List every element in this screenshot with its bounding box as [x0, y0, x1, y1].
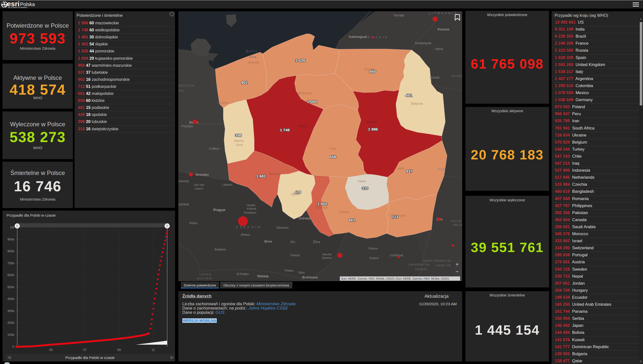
svg-text:Pilsen: Pilsen [189, 221, 198, 225]
svg-text:IVANO-FR: IVANO-FR [436, 264, 451, 267]
svg-text:1 481: 1 481 [256, 174, 266, 178]
svg-text:11: 11 [152, 348, 155, 352]
svg-text:Cracow: Cracow [339, 210, 349, 214]
svg-text:800k: 800k [7, 250, 14, 253]
svg-text:Králové: Králové [247, 207, 256, 210]
svg-text:Kaunas: Kaunas [438, 27, 450, 31]
svg-text:658: 658 [330, 155, 336, 159]
svg-text:+: + [456, 261, 459, 267]
svg-text:900k: 900k [7, 238, 14, 241]
svg-text:Trencin: Trencin [290, 254, 300, 257]
svg-text:Brest: Brest [438, 167, 445, 171]
svg-text:VOLYN: VOLYN [451, 220, 461, 223]
svg-text:Lodz: Lodz [330, 147, 336, 150]
svg-text:HRODNA V: HRODNA V [451, 75, 462, 78]
svg-text:Carlsbad: Carlsbad [178, 203, 189, 206]
svg-text:Presov: Presov [368, 247, 378, 250]
svg-text:Jihlava: Jihlava [240, 233, 250, 236]
svg-text:Trnava: Trnava [284, 269, 294, 272]
svg-text:OBLAST: OBLAST [453, 223, 462, 226]
svg-text:Poznan: Poznan [298, 125, 308, 128]
svg-text:Zielona: Zielona [234, 139, 244, 143]
svg-text:902: 902 [241, 80, 248, 85]
svg-text:R U S S I A: R U S S I A [368, 36, 387, 39]
svg-text:Esri, HERE, Garmin, FAO, NOAA,: Esri, HERE, Garmin, FAO, NOAA, USGS | Es… [341, 277, 449, 280]
svg-text:Bydgoszcz: Bydgoszcz [298, 91, 312, 95]
svg-text:Hradec: Hradec [247, 204, 256, 207]
svg-text:1 004: 1 004 [307, 99, 317, 104]
svg-text:310: 310 [362, 186, 368, 190]
svg-text:Warsaw: Warsaw [366, 120, 377, 124]
svg-text:1 748: 1 748 [280, 128, 290, 132]
svg-text:LITHUANIA: LITHUANIA [429, 12, 458, 15]
svg-text:Bratislava: Bratislava [302, 275, 318, 279]
svg-text:OBLAST: OBLAST [415, 268, 427, 271]
svg-text:Brno: Brno [264, 239, 272, 243]
svg-text:Pardubice: Pardubice [244, 211, 256, 214]
svg-text:Kosice: Kosice [369, 256, 379, 260]
svg-text:St Polten: St Polten [237, 272, 249, 276]
svg-text:950: 950 [369, 69, 376, 74]
svg-text:Wroclaw: Wroclaw [269, 172, 281, 176]
svg-text:Olomouc: Olomouc [277, 226, 289, 229]
svg-text:Szczecin: Szczecin [216, 101, 228, 104]
svg-text:661: 661 [349, 218, 355, 222]
svg-text:07: 07 [83, 348, 87, 352]
svg-text:ZAKARPATTIA: ZAKARPATTIA [408, 263, 430, 266]
svg-text:500k: 500k [7, 285, 14, 289]
svg-text:UPPER: UPPER [199, 273, 211, 276]
svg-text:Chemnitz: Chemnitz [178, 179, 189, 183]
svg-text:Labem: Labem [195, 187, 203, 190]
svg-text:200k: 200k [7, 321, 14, 325]
svg-text:429: 429 [295, 190, 301, 194]
svg-text:Lublin: Lublin [396, 167, 404, 170]
svg-text:1M: 1M [10, 226, 14, 229]
svg-text:Banská: Banská [323, 253, 332, 256]
svg-text:Cottbus: Cottbus [209, 147, 219, 150]
svg-text:Uzhhorod: Uzhhorod [390, 254, 403, 257]
svg-text:Zlin: Zlin [290, 240, 295, 244]
svg-text:1 026: 1 026 [296, 58, 305, 63]
svg-text:600k: 600k [7, 273, 14, 277]
svg-text:Potsdam: Potsdam [181, 125, 193, 128]
svg-text:BRANDENBURG: BRANDENBURG [197, 122, 225, 125]
svg-text:300k: 300k [7, 309, 14, 313]
svg-text:Marijampole: Marijampole [415, 41, 432, 45]
svg-text:WESTERN: WESTERN [178, 84, 195, 87]
svg-text:398: 398 [235, 133, 242, 137]
svg-text:Hronda: Hronda [430, 76, 440, 79]
svg-text:Bystrica: Bystrica [322, 256, 332, 259]
svg-text:−: − [456, 269, 459, 274]
svg-text:Kaliningrad: Kaliningrad [349, 35, 367, 39]
svg-text:Gora: Gora [236, 143, 243, 147]
svg-text:Dresden: Dresden [196, 173, 209, 176]
svg-text:Katowice: Katowice [315, 206, 328, 209]
svg-text:AUSTRIA: AUSTRIA [197, 277, 212, 280]
svg-text:Vienna: Vienna [257, 274, 269, 278]
svg-text:481: 481 [406, 93, 412, 97]
svg-text:05: 05 [49, 348, 53, 352]
svg-text:Sea: Sea [249, 55, 257, 59]
svg-text:Koszalin: Koszalin [248, 61, 259, 64]
svg-text:Liberec: Liberec [222, 183, 232, 187]
svg-text:Prague: Prague [213, 208, 225, 212]
svg-text:09: 09 [117, 348, 121, 352]
svg-text:C Z E C H I A: C Z E C H I A [236, 225, 260, 229]
svg-text:Budweis: Budweis [215, 248, 226, 251]
svg-text:713: 713 [392, 215, 398, 219]
svg-text:Ustí nad: Ustí nad [194, 183, 204, 186]
svg-text:Žilina: Žilina [313, 240, 320, 244]
svg-text:Taurage: Taurage [393, 14, 404, 17]
svg-text:937: 937 [406, 169, 413, 173]
svg-text:700k: 700k [7, 262, 14, 265]
svg-text:IVANO-FRANKIVSK: IVANO-FRANKIVSK [423, 259, 451, 262]
svg-text:Baltic: Baltic [246, 49, 258, 53]
svg-text:1 402: 1 402 [317, 202, 327, 206]
svg-text:0: 0 [13, 345, 14, 348]
svg-text:100k: 100k [7, 333, 14, 337]
svg-text:Alytus: Alytus [435, 47, 443, 51]
svg-text:Bialystok: Bialystok [411, 102, 423, 105]
svg-text:Ostrava: Ostrava [299, 216, 311, 220]
svg-text:1 986: 1 986 [368, 127, 378, 131]
svg-text:400k: 400k [7, 297, 14, 301]
